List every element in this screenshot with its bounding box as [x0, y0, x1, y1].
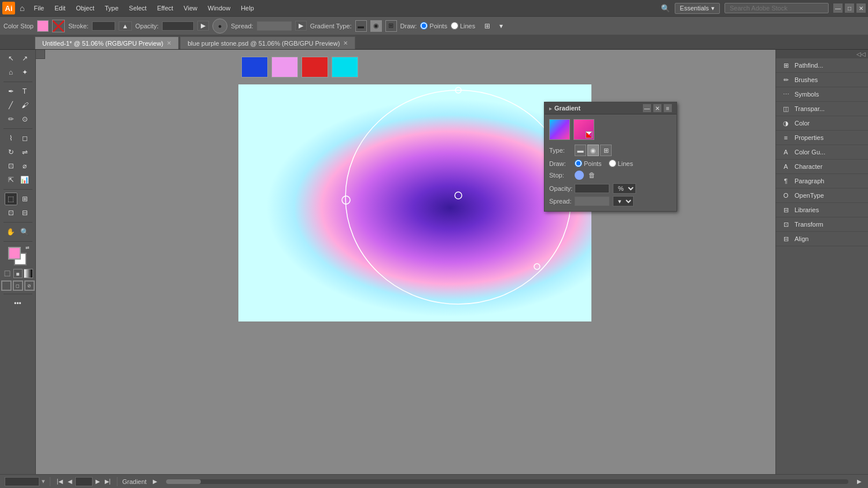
panel-color[interactable]: ◑ Color	[776, 116, 868, 131]
panel-symbols[interactable]: ⋯ Symbols	[776, 87, 868, 102]
fill-mode-icon[interactable]	[1, 280, 12, 291]
gradient-panel-close-btn[interactable]: ✕	[653, 104, 661, 112]
opacity-input[interactable]: 100%	[162, 21, 194, 31]
right-panel-expand-icon[interactable]: ◁◁	[856, 51, 866, 57]
grad-type-freeform-btn[interactable]: ⊞	[385, 20, 397, 32]
gradient-spread-dropdown[interactable]: ▾	[613, 196, 634, 206]
gradient-tool-icon[interactable]: ⬚	[5, 193, 17, 205]
menu-help[interactable]: Help	[236, 3, 259, 13]
artboard[interactable]	[238, 84, 591, 321]
maximize-button[interactable]: □	[845, 3, 854, 13]
gradient-panel-minimize-btn[interactable]: —	[643, 104, 651, 112]
direct-select-tool-icon[interactable]: ↗	[19, 52, 31, 65]
extra-tool-icon[interactable]: ⊞	[481, 20, 494, 32]
swatch-pink[interactable]	[271, 57, 298, 77]
gradient-stop-delete-btn[interactable]: 🗑	[587, 171, 597, 179]
zoom-input[interactable]: 51.06%	[5, 477, 39, 486]
grad-draw-points[interactable]: Points	[575, 160, 602, 167]
shaper-tool-icon[interactable]: ⌇	[5, 132, 17, 145]
spread-input[interactable]	[257, 21, 292, 31]
status-scrollbar[interactable]	[166, 479, 848, 484]
essentials-button[interactable]: Essentials ▾	[675, 3, 720, 14]
extra-tool2-icon[interactable]: ▾	[495, 20, 507, 32]
both-mode-icon[interactable]: ⊘	[24, 280, 35, 291]
menu-window[interactable]: Window	[203, 3, 235, 13]
solid-color-icon[interactable]: ■	[13, 269, 23, 278]
width-tool-icon[interactable]: ⇱	[5, 173, 17, 186]
paintbrush-icon[interactable]: 🖌	[19, 99, 31, 112]
panel-pathfinder[interactable]: ⊞ Pathfind...	[776, 58, 868, 73]
foreground-color-box[interactable]	[8, 247, 21, 260]
close-button[interactable]: ✕	[856, 3, 866, 13]
draw-points-radio[interactable]	[420, 22, 428, 29]
menu-object[interactable]: Object	[71, 3, 99, 13]
menu-type[interactable]: Type	[100, 3, 123, 13]
status-play-btn[interactable]: ▶	[151, 478, 159, 485]
menu-select[interactable]: Select	[124, 3, 152, 13]
opacity-right-btn[interactable]: ▶	[197, 21, 209, 31]
hand-tool-icon[interactable]: ✋	[5, 225, 17, 238]
pen-tool-icon[interactable]: ✒	[5, 85, 17, 98]
gradient-preview-swatch[interactable]	[549, 119, 570, 140]
swap-colors-btn[interactable]: ⇄	[25, 245, 30, 250]
panel-character[interactable]: A Character	[776, 160, 868, 174]
scale-tool-icon[interactable]: ⊡	[5, 160, 17, 172]
menu-file[interactable]: File	[29, 3, 49, 13]
gradient-opacity-dropdown[interactable]: %	[613, 183, 636, 194]
reflect-tool-icon[interactable]: ⇌	[19, 146, 31, 158]
grad-draw-points-radio[interactable]	[575, 160, 582, 167]
panel-color-guide[interactable]: A Color Gu...	[776, 145, 868, 160]
graph-icon[interactable]: 📊	[19, 173, 31, 186]
zoom-dropdown-icon[interactable]: ▾	[42, 478, 45, 485]
status-scrollbar-thumb[interactable]	[166, 479, 201, 484]
gradient-spread-input[interactable]	[575, 197, 609, 206]
magic-wand-icon[interactable]: ✦	[19, 66, 31, 79]
page-input[interactable]: 1	[75, 477, 93, 486]
type-tool-icon[interactable]: T	[19, 85, 31, 98]
more-tools-icon[interactable]: •••	[12, 297, 24, 310]
gradient-opacity-input[interactable]: 100%	[575, 184, 609, 193]
eraser-tool-icon[interactable]: ◻	[19, 132, 31, 145]
grad-type-linear-icon[interactable]: ▬	[575, 145, 586, 156]
stroke-mode-icon[interactable]: ◻	[13, 280, 23, 291]
panel-libraries[interactable]: ⊟ Libraries	[776, 203, 868, 217]
select-tool-icon[interactable]: ↖	[5, 52, 17, 65]
grad-type-radial-icon[interactable]: ◉	[587, 145, 599, 156]
rotate-tool-icon[interactable]: ↻	[5, 146, 17, 158]
panel-align[interactable]: ⊟ Align	[776, 232, 868, 246]
gradient-panel-menu-btn[interactable]: ≡	[664, 104, 672, 112]
grad-type-linear-btn[interactable]: ▬	[355, 20, 367, 32]
nav-last-btn[interactable]: ▶|	[103, 477, 113, 486]
gradient-stop-circle[interactable]	[575, 171, 584, 180]
tab-stone[interactable]: blue purple stone.psd @ 51.06% (RGB/GPU …	[180, 36, 355, 49]
pencil-tool-icon[interactable]: ✏	[5, 113, 17, 125]
stroke-icon[interactable]	[52, 20, 65, 32]
panel-opentype[interactable]: O OpenType	[776, 188, 868, 203]
gradient-panel-header[interactable]: ▸ Gradient — ✕ ≡	[545, 102, 676, 114]
grad-draw-lines[interactable]: Lines	[609, 160, 633, 167]
menu-effect[interactable]: Effect	[152, 3, 178, 13]
line-tool-icon[interactable]: ╱	[5, 99, 17, 112]
grad-draw-lines-radio[interactable]	[609, 160, 616, 167]
canvas-area[interactable]: ▸ Gradient — ✕ ≡ Type	[36, 50, 775, 474]
zoom-tool-icon[interactable]: 🔍	[19, 225, 31, 238]
right-panel-expand-btn[interactable]: ◁◁	[776, 50, 868, 58]
mesh-tool-icon[interactable]: ⊞	[19, 193, 31, 205]
gradient-stop-swatch[interactable]	[573, 119, 594, 140]
minimize-button[interactable]: —	[833, 3, 843, 13]
menu-view[interactable]: View	[179, 3, 202, 13]
live-paint-tool-icon[interactable]: ⊡	[5, 206, 17, 219]
none-color-icon[interactable]: □	[3, 269, 12, 278]
gradient-preview-icon[interactable]	[24, 269, 33, 278]
tab-untitled-close[interactable]: ✕	[167, 40, 171, 46]
grad-type-freeform-icon[interactable]: ⊞	[600, 145, 612, 156]
swatch-red[interactable]	[301, 57, 328, 77]
spread-right-btn[interactable]: ▶	[295, 21, 307, 31]
tab-stone-close[interactable]: ✕	[343, 40, 348, 46]
swatch-blue[interactable]	[241, 57, 268, 77]
stroke-input[interactable]	[92, 21, 115, 31]
nav-first-btn[interactable]: |◀	[55, 477, 65, 486]
draw-lines-radio[interactable]	[451, 22, 458, 29]
status-right-btn[interactable]: ▶	[855, 478, 863, 485]
warp-tool-icon[interactable]: ⌀	[19, 160, 31, 172]
